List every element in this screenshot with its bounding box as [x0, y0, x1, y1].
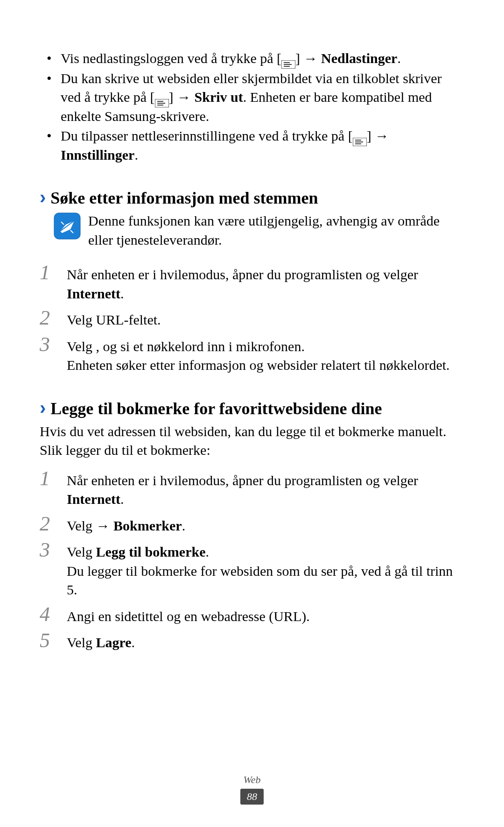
heading-text: Legge til bokmerke for favorittwebsidene… [50, 399, 382, 418]
step-extra: Du legger til bokmerke for websiden som … [67, 563, 453, 598]
step-body: Velg Lagre. [67, 630, 135, 652]
step-text: Når enheten er i hvilemodus, åpner du pr… [67, 267, 418, 282]
menu-icon [353, 132, 367, 141]
intro-text: Hvis du vet adressen til websiden, kan d… [40, 422, 464, 460]
bullet-bold: Nedlastinger [321, 50, 397, 66]
step-item: 1 Når enheten er i hvilemodus, åpner du … [40, 468, 464, 509]
step-body: Velg , og si et nøkkelord inn i mikrofon… [67, 334, 450, 375]
bullet-text: Du tilpasser nettleserinnstillingene ved… [61, 128, 353, 143]
step-number: 3 [40, 540, 67, 560]
bullet-text: ] → [169, 89, 195, 105]
step-text: . [132, 635, 135, 650]
step-body: Angi en sidetittel og en webadresse (URL… [67, 604, 310, 626]
step-item: 5 Velg Lagre. [40, 630, 464, 652]
step-bold: Bokmerker [113, 518, 182, 533]
step-text: Angi en sidetittel og en webadresse (URL… [67, 608, 310, 624]
bullet-text: . [397, 50, 401, 66]
step-number: 5 [40, 630, 67, 651]
page-number-badge: 88 [240, 789, 264, 805]
note-row: Denne funksjonen kan være utilgjengelig,… [54, 212, 464, 249]
step-text: . [120, 491, 124, 507]
bullet-item: Du tilpasser nettleserinnstillingene ved… [47, 127, 464, 164]
step-text: . [120, 286, 124, 301]
step-text: Når enheten er i hvilemodus, åpner du pr… [67, 473, 418, 488]
step-bold: Internett [67, 491, 120, 507]
step-number: 2 [40, 308, 67, 328]
step-number: 4 [40, 604, 67, 625]
step-body: Velg → Bokmerker. [67, 514, 185, 536]
step-text: Velg URL-feltet. [67, 312, 161, 327]
step-text: Velg → [67, 518, 113, 533]
bullet-item: Du kan skrive ut websiden eller skjermbi… [47, 69, 464, 126]
step-text: Velg [67, 635, 96, 650]
step-item: 4 Angi en sidetittel og en webadresse (U… [40, 604, 464, 626]
note-text: Denne funksjonen kan være utilgjengelig,… [88, 212, 464, 249]
note-icon [54, 212, 81, 240]
step-bold: Legg til bokmerke [96, 544, 206, 559]
step-item: 1 Når enheten er i hvilemodus, åpner du … [40, 262, 464, 303]
step-item: 3 Velg Legg til bokmerke. Du legger til … [40, 540, 464, 600]
bullet-list: Vis nedlastingsloggen ved å trykke på []… [47, 49, 464, 164]
step-body: Når enheten er i hvilemodus, åpner du pr… [67, 262, 464, 303]
footer-section-label: Web [0, 774, 504, 786]
step-body: Velg Legg til bokmerke. Du legger til bo… [67, 540, 464, 600]
section-heading: › Legge til bokmerke for favorittwebside… [40, 397, 464, 418]
step-number: 2 [40, 514, 67, 534]
bullet-text: Vis nedlastingsloggen ved å trykke på [ [61, 50, 281, 66]
chevron-icon: › [40, 187, 46, 208]
bullet-text: . [134, 147, 138, 163]
menu-icon [281, 55, 295, 63]
step-extra: Enheten søker etter informasjon og websi… [67, 357, 450, 373]
step-item: 2 Velg → Bokmerker. [40, 514, 464, 536]
bullet-bold: Innstillinger [61, 147, 134, 163]
steps-list: 1 Når enheten er i hvilemodus, åpner du … [40, 468, 464, 652]
step-item: 2 Velg URL-feltet. [40, 308, 464, 330]
step-body: Velg URL-feltet. [67, 308, 161, 330]
chevron-icon: › [40, 397, 46, 418]
heading-text: Søke etter informasjon med stemmen [50, 188, 318, 208]
step-text: Velg , og si et nøkkelord inn i mikrofon… [67, 339, 305, 354]
bullet-text: ] → [367, 128, 389, 143]
section-heading: › Søke etter informasjon med stemmen [40, 187, 464, 208]
step-bold: Internett [67, 286, 120, 301]
step-item: 3 Velg , og si et nøkkelord inn i mikrof… [40, 334, 464, 375]
bullet-text: ] → [295, 50, 321, 66]
step-number: 1 [40, 262, 67, 283]
step-text: . [205, 544, 209, 559]
steps-list: 1 Når enheten er i hvilemodus, åpner du … [40, 262, 464, 375]
step-body: Når enheten er i hvilemodus, åpner du pr… [67, 468, 464, 509]
bullet-bold: Skriv ut [195, 89, 243, 105]
bullet-item: Vis nedlastingsloggen ved å trykke på []… [47, 49, 464, 68]
step-number: 3 [40, 334, 67, 355]
step-text: Velg [67, 544, 96, 559]
step-number: 1 [40, 468, 67, 489]
page-footer: Web 88 [0, 774, 504, 805]
step-text: . [182, 518, 186, 533]
step-bold: Lagre [96, 635, 132, 650]
menu-icon [155, 93, 169, 102]
